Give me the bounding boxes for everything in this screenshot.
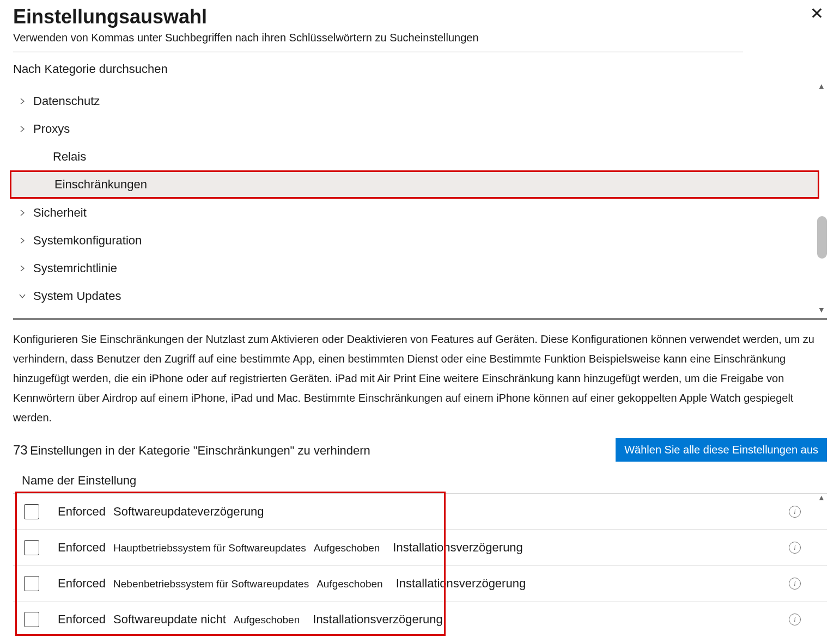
info-icon[interactable]: i (789, 542, 801, 554)
info-icon[interactable]: i (789, 506, 801, 518)
info-icon[interactable]: i (789, 578, 801, 590)
setting-row[interactable]: EnforcedSoftwareupdate nichtAufgeschoben… (13, 601, 827, 637)
divider (13, 52, 743, 52)
category-item[interactable]: Relais (13, 143, 819, 170)
info-icon[interactable]: i (789, 614, 801, 625)
column-header-setting-name: Name der Einstellung (13, 474, 827, 488)
category-item[interactable]: Sicherheit (13, 199, 819, 226)
setting-row[interactable]: EnforcedSoftwareupdateverzögerungi (13, 493, 827, 529)
setting-label-part: Installationsverzögerung (387, 541, 522, 555)
scroll-up-icon[interactable]: ▲ (816, 493, 827, 502)
category-item[interactable]: Systemkonfiguration (13, 226, 819, 254)
select-all-button[interactable]: Wählen Sie alle diese Einstellungen aus (616, 438, 827, 462)
setting-label-part: Aufgeschoben (314, 542, 380, 554)
browse-by-category-label: Nach Kategorie durchsuchen (13, 62, 827, 76)
setting-label-part: Aufgeschoben (316, 578, 383, 590)
settings-count: 73 (13, 443, 28, 457)
chevron-right-icon (13, 265, 32, 272)
chevron-right-icon (13, 210, 32, 216)
setting-label-part: Enforced (58, 505, 106, 519)
setting-checkbox[interactable] (24, 540, 39, 555)
category-label: Einschränkungen (33, 177, 147, 192)
setting-label-part: Installationsverzögerung (391, 576, 526, 591)
dialog-title: Einstellungsauswahl (13, 5, 479, 28)
setting-label-part: Enforced (58, 541, 106, 555)
chevron-right-icon (13, 98, 32, 105)
dialog-subtitle: Verwenden von Kommas unter Suchbegriffen… (13, 32, 479, 44)
category-label: Systemkonfiguration (32, 234, 142, 248)
category-item[interactable]: Systemrichtlinie (13, 254, 819, 282)
scroll-up-icon[interactable]: ▲ (816, 82, 827, 90)
close-icon[interactable]: ✕ (807, 5, 827, 22)
setting-label-part: Softwareupdate nicht (113, 612, 226, 627)
setting-label-part: Nebenbetriebssystem für Softwareupdates (113, 578, 309, 590)
category-label: Systemrichtlinie (32, 261, 117, 275)
setting-label-part: Installationsverzögerung (307, 612, 442, 627)
setting-label-part: Hauptbetriebssystem für Softwareupdates (113, 542, 306, 554)
settings-count-label: Einstellungen in der Kategorie "Einschrä… (30, 444, 370, 457)
setting-checkbox[interactable] (24, 504, 39, 519)
category-label: Sicherheit (32, 206, 87, 220)
category-item[interactable]: Proxys (13, 115, 819, 143)
category-label: System Updates (32, 289, 121, 303)
category-label: Proxys (32, 122, 70, 136)
category-label: Relais (32, 150, 86, 164)
category-item[interactable]: System Updates (13, 282, 819, 310)
category-item[interactable]: Datenschutz (13, 87, 819, 115)
setting-row[interactable]: EnforcedHauptbetriebssystem für Software… (13, 529, 827, 565)
setting-checkbox[interactable] (24, 576, 39, 591)
chevron-right-icon (13, 237, 32, 244)
category-description: Konfigurieren Sie Einschränkungen der Nu… (13, 329, 827, 427)
scroll-down-icon[interactable]: ▼ (816, 305, 827, 314)
category-label: Datenschutz (32, 94, 100, 108)
setting-row[interactable]: EnforcedNebenbetriebssystem für Software… (13, 565, 827, 601)
setting-label-part: Softwareupdateverzögerung (113, 505, 264, 519)
setting-checkbox[interactable] (24, 612, 39, 627)
category-item[interactable]: Einschränkungen (10, 170, 819, 199)
chevron-right-icon (13, 126, 32, 132)
setting-label-part: Enforced (58, 576, 106, 591)
scrollbar-thumb[interactable] (817, 216, 827, 259)
divider (13, 318, 827, 320)
setting-label-part: Enforced (58, 612, 106, 627)
setting-label-part: Aufgeschoben (234, 614, 300, 626)
chevron-down-icon (13, 293, 32, 299)
